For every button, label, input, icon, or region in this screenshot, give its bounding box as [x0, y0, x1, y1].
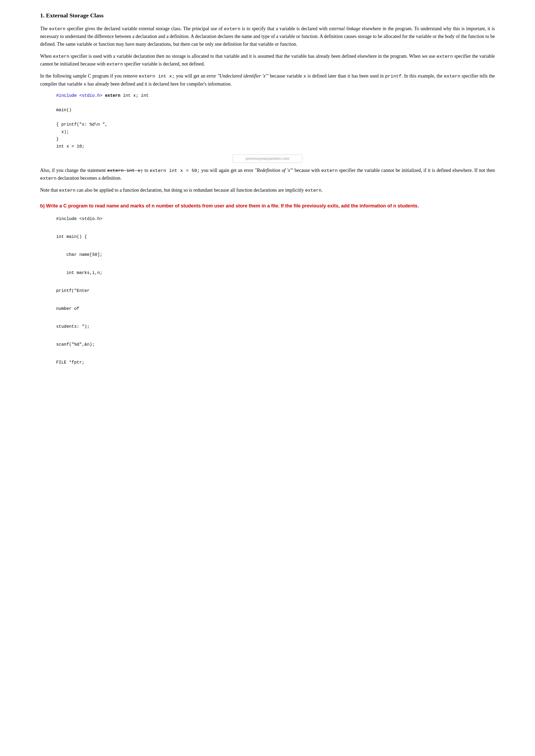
printf-ref: printf [385, 74, 402, 79]
paragraph-4: Also, if you change the statement extern… [40, 167, 495, 182]
extern-code-4: extern [436, 54, 453, 59]
strikethrough-extern-int-x: extern int x; [107, 168, 143, 173]
code-int-x-line: int x = 10; [56, 144, 85, 149]
extern-code-2: extern [224, 26, 240, 32]
extern-int-x-50: extern int x = 50; [150, 168, 200, 173]
var-x-1: x [303, 74, 306, 79]
page-content: 1. External Storage Class The extern spe… [40, 11, 495, 367]
extern-code-3: extern [53, 54, 69, 59]
paragraph-2: When extern specifier is used with a var… [40, 52, 495, 68]
code-printf-line: printf("x: %d\n ", [61, 122, 107, 127]
extern-code-5: extern [106, 62, 123, 67]
italic-error-1: "Undeclared identifier 'x'" [217, 73, 268, 79]
extern-code-6: extern [444, 74, 460, 79]
italic-error-2: "Redefinition of 'x'" [255, 168, 293, 173]
code-block-1: #include <stdio.h> extern int x; int mai… [56, 92, 495, 150]
inline-extern-int-x: extern int x; [139, 74, 175, 79]
paragraph-5: Note that extern can also be applied to … [40, 186, 495, 194]
code-include-line: #include <stdio.h> [56, 93, 102, 98]
paragraph-1: The extern specifier gives the declared … [40, 25, 495, 48]
code-block-b: #include <stdio.h> int main() { char nam… [56, 215, 495, 367]
extern-code-7: extern [321, 168, 338, 173]
question-b: b) Write a C program to read name and ma… [40, 202, 495, 210]
italic-external-linkage: external linkage [329, 26, 360, 31]
extern-code-8: extern [40, 176, 56, 181]
paragraph-3: In the following sample C program if you… [40, 72, 495, 88]
extern-code-1: extern [49, 26, 66, 32]
code-extern-bold: extern [105, 93, 120, 98]
extern-code-10: extern [305, 188, 321, 193]
extern-code-9: extern [59, 188, 75, 193]
watermark: previousyearquestion.com [233, 154, 302, 163]
section-heading: 1. External Storage Class [40, 11, 495, 20]
var-x-2: x [83, 82, 86, 87]
